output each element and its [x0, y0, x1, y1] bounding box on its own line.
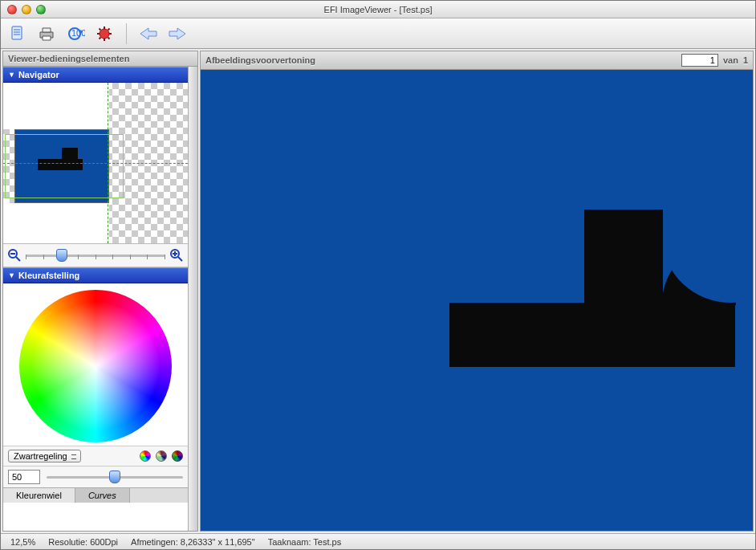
print-button[interactable]: [36, 23, 57, 44]
zoom-in-button[interactable]: [169, 247, 185, 263]
previous-button[interactable]: [138, 23, 159, 44]
status-zoom: 12,5%: [10, 537, 35, 547]
zoom-out-button[interactable]: [6, 247, 22, 263]
window-title: EFI ImageViewer - [Test.ps]: [1, 5, 755, 14]
page-of-label: van: [723, 55, 738, 65]
page-total: 1: [743, 55, 748, 65]
brightness-row: [3, 466, 188, 487]
status-jobname: Taaknaam: Test.ps: [268, 537, 342, 547]
page-number-input[interactable]: [681, 54, 718, 67]
preset-color-1[interactable]: [140, 450, 151, 462]
svg-text:100°: 100°: [71, 28, 85, 38]
settings-button[interactable]: [94, 23, 115, 44]
status-dimensions: Afmetingen: 8,26333" x 11,695": [131, 537, 255, 547]
collapse-icon: ▼: [8, 71, 15, 79]
tab-colorwheel[interactable]: Kleurenwiel: [3, 488, 75, 503]
status-resolution: Resolutie: 600Dpi: [48, 537, 118, 547]
brightness-slider[interactable]: [47, 470, 183, 484]
viewer-controls-title: Viewer-bedieningselementen: [3, 51, 197, 67]
navigator-label: Navigator: [18, 70, 59, 79]
preview-title: Afbeeldingsvoorvertoning: [205, 55, 315, 65]
brightness-input[interactable]: [8, 470, 40, 484]
panel-scrollbar[interactable]: [188, 67, 197, 531]
zoom-slider[interactable]: [26, 248, 165, 263]
navigator-header[interactable]: ▼ Navigator: [3, 67, 188, 83]
main-toolbar: 100°: [1, 18, 755, 49]
navigator-thumbnail[interactable]: [3, 83, 188, 243]
svg-point-3: [100, 29, 109, 39]
preview-canvas[interactable]: [201, 70, 753, 531]
rotate-button[interactable]: 100°: [65, 23, 86, 44]
preview-panel: Afbeeldingsvoorvertoning van 1: [200, 51, 754, 532]
color-mode-row: Zwartregeling: [3, 446, 188, 466]
status-bar: 12,5% Resolutie: 600Dpi Afmetingen: 8,26…: [1, 533, 755, 549]
page-controls: van 1: [681, 54, 748, 67]
window-titlebar: EFI ImageViewer - [Test.ps]: [1, 1, 755, 18]
color-wheel[interactable]: [19, 290, 172, 442]
next-button[interactable]: [167, 23, 188, 44]
color-marker[interactable]: [94, 365, 97, 368]
color-tabs: Kleurenwiel Curves: [3, 487, 188, 503]
color-adjustment-label: Kleurafstelling: [18, 271, 79, 280]
zoom-controls: [3, 243, 188, 267]
preview-header: Afbeeldingsvoorvertoning van 1: [201, 51, 753, 70]
toolbar-separator: [126, 23, 127, 44]
tab-curves[interactable]: Curves: [75, 488, 130, 503]
new-document-button[interactable]: [7, 23, 28, 44]
color-wheel-area[interactable]: [3, 283, 188, 446]
svg-rect-0: [12, 26, 22, 39]
collapse-icon: ▼: [8, 271, 15, 279]
viewer-controls-panel: Viewer-bedieningselementen ▼ Navigator: [2, 51, 198, 532]
color-mode-combo[interactable]: Zwartregeling: [8, 450, 81, 462]
preset-color-2[interactable]: [156, 450, 167, 462]
preset-color-3[interactable]: [172, 450, 183, 462]
color-adjustment-header[interactable]: ▼ Kleurafstelling: [3, 267, 188, 283]
